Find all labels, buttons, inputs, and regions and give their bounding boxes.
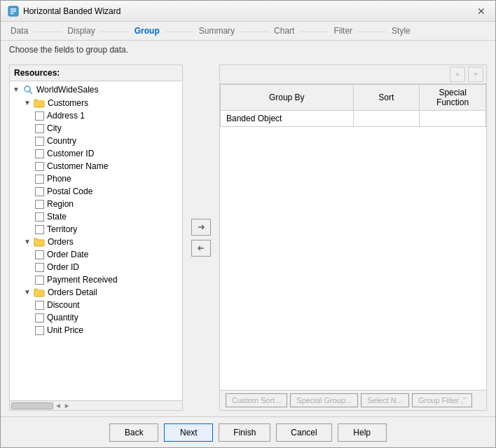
search-icon — [22, 84, 34, 95]
svg-line-5 — [29, 91, 32, 94]
tree-field-territory[interactable]: Territory — [10, 223, 182, 236]
tree-field-customername[interactable]: Customer Name — [10, 160, 182, 172]
checkbox-address1[interactable] — [35, 111, 44, 121]
dialog-title: Horizontal Banded Wizard — [23, 6, 120, 16]
back-button[interactable]: Back — [109, 423, 158, 442]
dialog: Horizontal Banded Wizard ✕ Data ———— Dis… — [0, 0, 496, 448]
tree-group-customers[interactable]: ▼ Customers — [10, 97, 182, 109]
group-filter-button[interactable]: Group Filter ,'' — [412, 393, 472, 407]
group-table: Group By Sort Special Function Banded Ob… — [220, 84, 486, 390]
resources-label: Resources: — [10, 65, 182, 81]
cell-special — [420, 111, 486, 127]
wizard-icon — [8, 6, 19, 17]
tree-root-label: WorldWideSales — [36, 85, 98, 95]
col-header-special: Special Function — [420, 85, 486, 111]
add-arrow-button[interactable] — [191, 219, 211, 236]
checkbox-unitprice[interactable] — [35, 326, 44, 335]
tree-field-orderdate[interactable]: Order Date — [10, 248, 182, 261]
tree-field-orderid[interactable]: Order ID — [10, 261, 182, 273]
move-down-button[interactable] — [468, 67, 483, 82]
expand-customers-icon[interactable]: ▼ — [24, 99, 32, 107]
help-button[interactable]: Help — [338, 423, 387, 442]
right-top — [220, 65, 486, 84]
col-header-groupby: Group By — [221, 85, 354, 111]
checkbox-phone[interactable] — [35, 175, 44, 184]
checkbox-paymentreceived[interactable] — [35, 276, 44, 285]
tab-data[interactable]: Data — [8, 26, 31, 36]
folder-icon-ordersdetail — [34, 287, 45, 297]
checkbox-orderdate[interactable] — [35, 250, 44, 259]
table-row[interactable]: Banded Object — [221, 111, 486, 127]
tree-group-orders[interactable]: ▼ Orders — [10, 236, 182, 248]
tab-chart[interactable]: Chart — [271, 26, 297, 36]
checkbox-city[interactable] — [35, 124, 44, 133]
tree-group-ordersdetail[interactable]: ▼ Orders Detail — [10, 286, 182, 299]
tree-customers-label: Customers — [48, 98, 88, 108]
cell-groupby: Banded Object — [221, 111, 354, 127]
wizard-tabs: Data ———— Display ———— Group ———— Summar… — [1, 22, 495, 41]
tree-field-city[interactable]: City — [10, 122, 182, 135]
footer: Back Next Finish Cancel Help — [1, 416, 495, 447]
tab-display[interactable]: Display — [64, 26, 97, 36]
folder-icon-customers — [34, 98, 45, 108]
col-header-sort: Sort — [353, 85, 420, 111]
tree-field-region[interactable]: Region — [10, 198, 182, 210]
tree-container[interactable]: ▼ WorldWideSales ▼ Customers — [10, 81, 182, 400]
next-button[interactable]: Next — [164, 423, 213, 442]
checkbox-postalcode[interactable] — [35, 187, 44, 196]
checkbox-customerid[interactable] — [35, 149, 44, 158]
checkbox-discount[interactable] — [35, 301, 44, 310]
main-content: Resources: ▼ WorldWideSales ▼ — [1, 59, 495, 416]
svg-point-4 — [25, 86, 30, 92]
tree-field-quantity[interactable]: Quantity — [10, 311, 182, 324]
tree-field-address1[interactable]: Address 1 — [10, 109, 182, 122]
cancel-button[interactable]: Cancel — [276, 423, 331, 442]
remove-arrow-button[interactable] — [191, 240, 211, 257]
finish-button[interactable]: Finish — [219, 423, 270, 442]
tab-summary[interactable]: Summary — [196, 26, 237, 36]
tab-style[interactable]: Style — [389, 26, 413, 36]
bottom-buttons-row: Custom Sort... Special Group... Select N… — [220, 390, 486, 410]
checkbox-customername[interactable] — [35, 162, 44, 171]
tree-field-unitprice[interactable]: Unit Price — [10, 324, 182, 337]
expand-root-icon[interactable]: ▼ — [13, 86, 21, 94]
wizard-subtitle: Choose the fields to group data. — [1, 41, 495, 59]
checkbox-orderid[interactable] — [35, 263, 44, 272]
checkbox-territory[interactable] — [35, 225, 44, 234]
tree-orders-label: Orders — [48, 237, 74, 247]
tree-field-phone[interactable]: Phone — [10, 172, 182, 185]
right-panel: Group By Sort Special Function Banded Ob… — [219, 65, 487, 411]
checkbox-country[interactable] — [35, 137, 44, 146]
expand-ordersdetail-icon[interactable]: ▼ — [24, 288, 32, 297]
expand-orders-icon[interactable]: ▼ — [24, 238, 32, 246]
horizontal-scrollbar[interactable]: ◄ ► — [10, 400, 182, 410]
title-bar: Horizontal Banded Wizard ✕ — [1, 1, 495, 22]
left-panel: Resources: ▼ WorldWideSales ▼ — [9, 65, 183, 411]
checkbox-state[interactable] — [35, 212, 44, 222]
select-n-button[interactable]: Select N... — [361, 393, 409, 407]
tab-filter[interactable]: Filter — [331, 26, 355, 36]
tree-field-paymentreceived[interactable]: Payment Received — [10, 273, 182, 286]
special-group-button[interactable]: Special Group... — [290, 393, 358, 407]
checkbox-region[interactable] — [35, 200, 44, 209]
tree-field-discount[interactable]: Discount — [10, 299, 182, 311]
tab-group[interactable]: Group — [132, 26, 163, 36]
close-button[interactable]: ✕ — [474, 4, 488, 18]
tree-ordersdetail-label: Orders Detail — [48, 287, 97, 297]
tree-field-customerid[interactable]: Customer ID — [10, 147, 182, 160]
tree-field-state[interactable]: State — [10, 210, 182, 223]
cell-sort — [353, 111, 420, 127]
folder-icon-orders — [34, 237, 45, 247]
custom-sort-button[interactable]: Custom Sort... — [226, 393, 287, 407]
tree-field-country[interactable]: Country — [10, 135, 182, 147]
tree-field-postalcode[interactable]: Postal Code — [10, 185, 182, 198]
checkbox-quantity[interactable] — [35, 313, 44, 323]
tree-root[interactable]: ▼ WorldWideSales — [10, 83, 182, 97]
move-up-button[interactable] — [450, 67, 465, 82]
middle-arrows — [188, 65, 214, 411]
